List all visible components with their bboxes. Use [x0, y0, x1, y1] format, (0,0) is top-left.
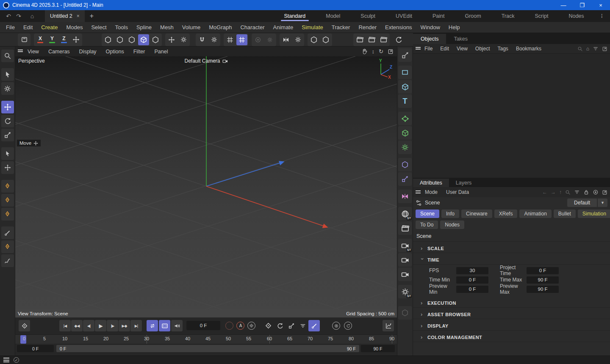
viewport-canvas[interactable]: Perspective Default Camera Move: [15, 56, 397, 309]
play-button[interactable]: ▶: [95, 320, 106, 331]
viewport-menu-display[interactable]: Display: [75, 47, 101, 56]
menu-help[interactable]: Help: [444, 22, 464, 32]
sketch-tool-icon[interactable]: [1, 254, 14, 267]
add-document-button[interactable]: +: [85, 12, 99, 20]
coordinate-system-icon[interactable]: [70, 34, 81, 45]
previous-key-button[interactable]: ◆◀: [71, 320, 83, 331]
layout-tab-script[interactable]: Script: [524, 10, 558, 22]
attributes-lock-icon[interactable]: [583, 189, 589, 195]
project-time-field[interactable]: 0 F: [527, 267, 559, 274]
attr-tab-scene[interactable]: Scene: [416, 210, 439, 218]
model-mode-icon[interactable]: [138, 34, 149, 45]
section-time[interactable]: › TIME: [413, 255, 610, 265]
orbit-icon[interactable]: ↻: [379, 48, 383, 55]
section-color-management[interactable]: › COLOR MANAGEMENT: [413, 333, 610, 342]
attributes-popout-icon[interactable]: [602, 190, 607, 195]
z-axis-lock-button[interactable]: Z: [58, 34, 69, 45]
maximize-view-icon[interactable]: [388, 49, 394, 55]
attributes-track-icon[interactable]: [593, 189, 599, 195]
menu-render[interactable]: Render: [354, 22, 381, 32]
render-queue-icon[interactable]: [393, 34, 404, 45]
attributes-forward-icon[interactable]: →: [551, 189, 556, 195]
dolly-icon[interactable]: ↕: [372, 48, 375, 55]
sketch-pen-icon[interactable]: [1, 194, 14, 207]
attributes-up-icon[interactable]: ↑: [559, 189, 562, 195]
layout-overflow-icon[interactable]: ⁝: [594, 13, 610, 19]
previous-frame-button[interactable]: ◀|: [83, 320, 94, 331]
texture-mode-icon[interactable]: [150, 34, 161, 45]
camera-label[interactable]: Default Camera: [184, 58, 227, 64]
y-axis-lock-button[interactable]: Y: [47, 34, 58, 45]
spline-tools-icon[interactable]: [398, 48, 412, 62]
menu-edit[interactable]: Edit: [19, 22, 37, 32]
symmetry-instance-icon[interactable]: [398, 190, 412, 203]
attr-tab-info[interactable]: Info: [441, 210, 459, 218]
attr-tab-bullet[interactable]: Bullet: [554, 210, 576, 218]
objects-search-icon[interactable]: [577, 46, 583, 52]
menu-character[interactable]: Character: [236, 22, 269, 32]
workplane-grid-icon[interactable]: [225, 34, 236, 45]
polygons-mode-icon[interactable]: [126, 34, 137, 45]
current-frame-field[interactable]: 0 F: [186, 321, 220, 330]
objects-filter-icon[interactable]: [593, 46, 599, 52]
arrange-tool-icon[interactable]: [1, 147, 14, 160]
preview-range-icon[interactable]: [159, 320, 170, 331]
preset-dropdown[interactable]: Default ▼: [567, 199, 607, 207]
key-position-icon[interactable]: [263, 320, 274, 331]
time-max-field[interactable]: 90 F: [527, 276, 559, 284]
axis-settings-gear-icon[interactable]: [178, 34, 189, 45]
generator-icon[interactable]: [398, 141, 412, 154]
subdivision-surface-icon[interactable]: [398, 112, 412, 125]
close-button[interactable]: ×: [591, 0, 610, 10]
keyframe-interpolation-icon[interactable]: [342, 320, 354, 331]
menu-select[interactable]: Select: [87, 22, 111, 32]
live-selection-icon[interactable]: [1, 68, 14, 81]
scale-tool-icon[interactable]: [1, 129, 14, 141]
maximize-button[interactable]: ❐: [573, 0, 591, 10]
range-start-field[interactable]: 0 F: [17, 345, 54, 352]
objects-menu-view[interactable]: View: [453, 45, 471, 52]
fcurve-graph-icon[interactable]: [383, 320, 394, 331]
minimize-button[interactable]: —: [554, 0, 573, 10]
workplane-lock-icon[interactable]: [236, 34, 247, 45]
autokey-icon[interactable]: A: [235, 320, 246, 331]
menu-extensions[interactable]: Extensions: [381, 22, 416, 32]
camera-object-icon[interactable]: ST: [398, 239, 412, 252]
attr-tab-nodes[interactable]: Nodes: [440, 221, 464, 229]
preset-dropdown-arrow-icon[interactable]: ▼: [598, 199, 607, 207]
menu-tools[interactable]: Tools: [111, 22, 132, 32]
next-key-button[interactable]: ▶◆: [119, 320, 130, 331]
objects-menu-edit[interactable]: Edit: [436, 45, 453, 52]
viewport-solo-icon[interactable]: [308, 34, 319, 45]
layout-tab-standard[interactable]: Standard: [274, 10, 316, 22]
viewport-menu-view[interactable]: View: [23, 47, 44, 56]
move-tool-icon[interactable]: [1, 101, 14, 113]
spline-primitive-icon[interactable]: [398, 66, 412, 79]
status-hamburger-icon[interactable]: [3, 358, 9, 362]
attributes-user-data-menu[interactable]: User Data: [442, 188, 473, 196]
points-mode-icon[interactable]: [103, 34, 114, 45]
timeline-ruler[interactable]: 0 5 10 15 20 25 30 35 40 45 50 55: [15, 334, 397, 344]
menu-mesh[interactable]: Mesh: [156, 22, 178, 32]
close-tab-icon[interactable]: ×: [77, 13, 80, 19]
section-asset-browser[interactable]: › ASSET BROWSER: [413, 310, 610, 319]
render-settings-icon[interactable]: [378, 34, 389, 45]
layout-tab-groom[interactable]: Groom: [455, 10, 491, 22]
section-execution[interactable]: › EXECUTION: [413, 298, 610, 308]
layout-tab-track[interactable]: Track: [491, 10, 525, 22]
keyframe-settings-icon[interactable]: [246, 320, 257, 331]
range-end-field[interactable]: 90 F: [361, 345, 395, 352]
menu-simulate[interactable]: Simulate: [297, 22, 327, 32]
tool-box-icon[interactable]: [19, 34, 30, 45]
key-parameters-icon[interactable]: [297, 320, 308, 331]
symmetry-icon[interactable]: [280, 34, 291, 45]
view-label[interactable]: Perspective: [18, 58, 45, 64]
object-tree[interactable]: [413, 53, 610, 178]
viewport-menu-cameras[interactable]: Cameras: [44, 47, 75, 56]
section-display[interactable]: › DISPLAY: [413, 321, 610, 331]
text-object-icon[interactable]: T: [398, 94, 412, 108]
attr-tab-simulation[interactable]: Simulation: [578, 210, 610, 218]
snap-settings-gear-icon[interactable]: [208, 34, 219, 45]
attributes-hamburger-icon[interactable]: [416, 190, 421, 194]
layout-tab-paint[interactable]: Paint: [422, 10, 455, 22]
